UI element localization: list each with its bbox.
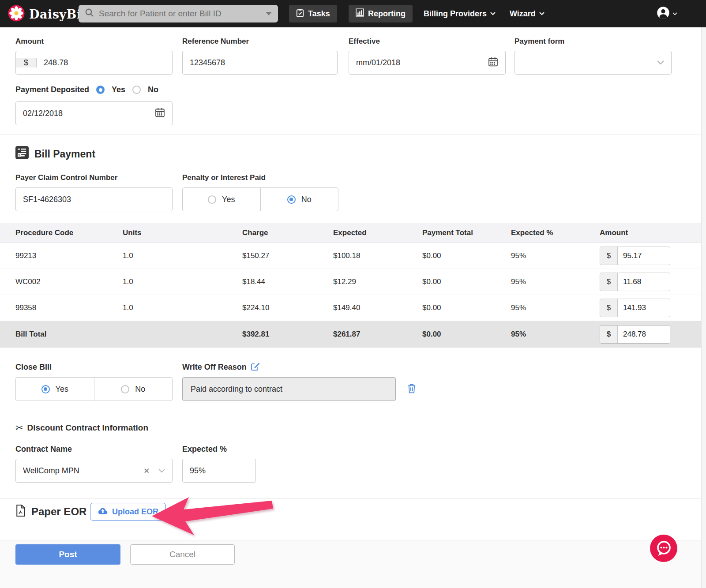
payer-claim-input[interactable] [16, 195, 172, 204]
penalty-yes-radio[interactable] [208, 195, 216, 204]
reference-number-field [182, 51, 338, 75]
expected-pct-label: Expected % [182, 445, 227, 454]
search-input[interactable]: Search for Patient or enter Bill ID [79, 5, 278, 22]
clipboard-check-icon [296, 8, 304, 19]
discount-contract-heading: ✂ Discount Contract Information [15, 423, 148, 433]
cell-expected-pct: 95% [511, 251, 600, 260]
close-bill-no-radio[interactable] [121, 385, 129, 393]
deposited-no-label: No [148, 85, 158, 94]
penalty-yes-option[interactable]: Yes [183, 188, 260, 211]
scissors-icon: ✂ [15, 423, 23, 433]
chevron-down-icon [539, 12, 545, 15]
procedure-table: Procedure Code Units Charge Expected Pay… [0, 223, 706, 348]
search-dropdown-caret-icon[interactable] [266, 12, 272, 15]
chevron-down-icon [657, 59, 664, 67]
penalty-no-radio[interactable] [287, 195, 296, 204]
deposited-yes-radio[interactable] [96, 86, 105, 94]
daisy-flower-icon [8, 5, 25, 23]
close-bill-no-label: No [135, 385, 145, 394]
reference-number-label: Reference Number [182, 37, 249, 46]
effective-date-input[interactable] [349, 58, 505, 67]
row-amount-field: $ [600, 247, 670, 265]
total-charge: $392.81 [242, 330, 333, 339]
total-amount-input[interactable] [618, 326, 670, 343]
edit-pencil-icon[interactable] [251, 362, 260, 373]
upload-eor-label: Upload EOR [112, 507, 158, 517]
calendar-icon[interactable] [155, 108, 165, 120]
trash-icon[interactable] [407, 383, 417, 396]
row-amount-input[interactable] [618, 273, 670, 291]
contract-name-value: WellComp MPN [16, 466, 144, 476]
cell-charge: $18.44 [242, 277, 333, 286]
deposited-no-radio[interactable] [132, 86, 141, 94]
effective-date-field [349, 51, 506, 75]
cell-units: 1.0 [123, 251, 242, 260]
col-procedure-code: Procedure Code [15, 228, 123, 237]
penalty-no-option[interactable]: No [260, 188, 338, 211]
reporting-label: Reporting [368, 9, 406, 19]
col-payment-total: Payment Total [422, 228, 511, 237]
currency-prefix: $ [600, 326, 618, 343]
currency-prefix: $ [600, 273, 618, 291]
close-bill-no-option[interactable]: No [94, 378, 173, 401]
total-expected-pct: 95% [511, 330, 600, 339]
payment-form-select[interactable] [514, 51, 672, 75]
deposit-date-field [15, 101, 173, 125]
row-amount-input[interactable] [618, 247, 670, 265]
row-amount-input[interactable] [618, 299, 670, 317]
cell-payment-total: $0.00 [422, 277, 511, 286]
reporting-button[interactable]: Reporting [349, 5, 413, 22]
bar-chart-icon [356, 8, 364, 19]
col-amount: Amount [600, 228, 706, 237]
payment-form-label: Payment form [514, 37, 564, 46]
user-avatar-icon [657, 6, 670, 22]
chevron-down-icon [158, 467, 165, 475]
table-header-row: Procedure Code Units Charge Expected Pay… [0, 223, 706, 243]
col-expected-pct: Expected % [511, 228, 600, 237]
close-bill-yes-option[interactable]: Yes [16, 378, 94, 401]
write-off-reason-field[interactable]: Paid according to contract [182, 377, 396, 401]
expected-pct-input[interactable] [183, 466, 255, 476]
expected-pct-field [182, 459, 256, 483]
cancel-button[interactable]: Cancel [130, 544, 235, 565]
section-divider [0, 135, 706, 135]
col-expected: Expected [333, 228, 422, 237]
currency-prefix: $ [600, 299, 618, 317]
user-account-menu[interactable] [657, 0, 677, 27]
penalty-yes-label: Yes [222, 195, 235, 204]
row-amount-field: $ [600, 273, 670, 291]
invoice-icon: $ [15, 146, 29, 162]
col-charge: Charge [242, 228, 333, 237]
contract-name-select[interactable]: WellComp MPN ✕ [15, 459, 173, 483]
table-row: WC002 1.0 $18.44 $12.29 $0.00 95% $ [0, 269, 706, 295]
post-button[interactable]: Post [15, 544, 120, 565]
bill-payment-heading: $ Bill Payment [15, 146, 95, 162]
payment-deposited-group: Payment Deposited Yes No [15, 85, 158, 94]
clear-selection-icon[interactable]: ✕ [144, 467, 150, 475]
cloud-upload-icon [98, 507, 108, 517]
wizard-menu[interactable]: Wizard [510, 0, 545, 27]
cell-expected: $149.40 [333, 303, 422, 312]
upload-eor-button[interactable]: Upload EOR [90, 503, 166, 521]
table-row: 99213 1.0 $150.27 $100.18 $0.00 95% $ [0, 243, 706, 269]
deposit-date-input[interactable] [16, 109, 172, 118]
tasks-label: Tasks [308, 9, 330, 19]
contract-name-label: Contract Name [15, 445, 72, 454]
billing-providers-label: Billing Providers [424, 9, 487, 19]
scrollbar-track[interactable] [701, 27, 706, 588]
cell-charge: $224.10 [242, 303, 333, 312]
payment-deposited-label: Payment Deposited [15, 85, 89, 94]
chevron-down-icon [672, 12, 677, 15]
cell-code: 99358 [15, 303, 123, 312]
billing-providers-menu[interactable]: Billing Providers [424, 0, 496, 27]
write-off-header: Write Off Reason [182, 362, 260, 373]
tasks-button[interactable]: Tasks [289, 5, 337, 22]
write-off-reason-value: Paid according to contract [191, 385, 282, 394]
close-bill-yes-radio[interactable] [41, 385, 50, 393]
calendar-icon[interactable] [488, 57, 498, 69]
amount-field: $ [15, 51, 173, 75]
cell-expected: $12.29 [333, 277, 422, 286]
chat-widget-button[interactable] [650, 535, 677, 564]
amount-input[interactable] [37, 58, 172, 67]
reference-number-input[interactable] [183, 58, 337, 67]
